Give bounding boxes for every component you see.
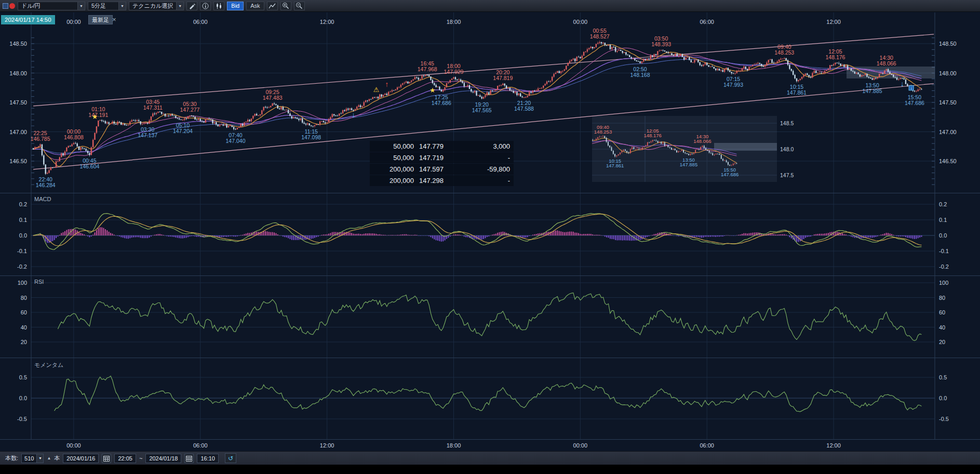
svg-text:60: 60 bbox=[21, 309, 27, 315]
svg-text:148.527: 148.527 bbox=[590, 33, 610, 40]
chevron-down-icon[interactable]: ▼ bbox=[176, 2, 183, 10]
svg-text:18:00: 18:00 bbox=[447, 442, 461, 449]
position-pnl: - bbox=[464, 175, 514, 186]
chevron-down-icon[interactable]: ▼ bbox=[77, 2, 85, 10]
svg-text:148.168: 148.168 bbox=[630, 72, 650, 78]
line-chart-button[interactable] bbox=[267, 2, 278, 10]
position-row[interactable]: 50,000 147.779 3,000 bbox=[370, 141, 514, 152]
svg-text:148.176: 148.176 bbox=[825, 54, 845, 60]
svg-text:06:00: 06:00 bbox=[700, 442, 714, 449]
pencil-icon bbox=[189, 3, 195, 9]
tab-latest-bar[interactable]: 最新足 bbox=[88, 15, 113, 24]
svg-text:148.066: 148.066 bbox=[877, 60, 896, 67]
svg-text:-0.5: -0.5 bbox=[17, 416, 27, 422]
chart-canvas[interactable]: 00:0000:0006:0006:0012:0012:0018:0018:00… bbox=[0, 0, 980, 451]
svg-text:147.204: 147.204 bbox=[173, 128, 193, 134]
currency-pair-select[interactable]: ドル/円 ▼ bbox=[18, 2, 85, 10]
svg-text:146.50: 146.50 bbox=[9, 158, 27, 164]
svg-text:0.5: 0.5 bbox=[939, 374, 947, 380]
position-qty: 200,000 bbox=[370, 175, 419, 186]
ask-toggle[interactable]: Ask bbox=[246, 2, 264, 10]
svg-text:12:00: 12:00 bbox=[320, 442, 334, 449]
svg-text:40: 40 bbox=[939, 324, 945, 331]
position-table: 50,000 147.779 3,000 50,000 147.719 - 20… bbox=[370, 141, 514, 187]
svg-text:20: 20 bbox=[21, 339, 27, 345]
reset-range-button[interactable]: ↺ bbox=[225, 453, 236, 463]
calendar-from-button[interactable] bbox=[102, 454, 111, 463]
draw-tool-button[interactable] bbox=[186, 2, 197, 10]
position-pnl: 3,000 bbox=[464, 141, 514, 152]
svg-text:12:00: 12:00 bbox=[320, 19, 334, 25]
position-pnl: -59,800 bbox=[464, 164, 514, 175]
svg-text:⚠: ⚠ bbox=[373, 86, 380, 94]
svg-text:0.2: 0.2 bbox=[939, 201, 947, 207]
position-qty: 50,000 bbox=[370, 152, 419, 163]
svg-text:60: 60 bbox=[939, 309, 945, 315]
bar-count-select[interactable]: 510 ▼ bbox=[21, 454, 44, 463]
timeframe-select[interactable]: 5分足 ▼ bbox=[88, 2, 126, 10]
position-row[interactable]: 200,000 147.298 - bbox=[370, 175, 514, 186]
undo-icon: ↺ bbox=[228, 455, 233, 462]
bar-count-up-button[interactable]: ▲ bbox=[47, 456, 51, 460]
time-to-input[interactable]: 16:10 bbox=[197, 454, 219, 463]
svg-text:148.00: 148.00 bbox=[939, 70, 957, 76]
zoom-in-icon bbox=[282, 2, 289, 9]
svg-text:148.253: 148.253 bbox=[774, 49, 794, 56]
svg-text:147.277: 147.277 bbox=[180, 107, 199, 113]
macd-panel-label: MACD bbox=[34, 196, 51, 202]
svg-text:20: 20 bbox=[939, 339, 945, 345]
chevron-down-icon[interactable]: ▼ bbox=[118, 2, 126, 10]
svg-text:40: 40 bbox=[21, 324, 27, 331]
svg-text:146.808: 146.808 bbox=[64, 134, 84, 140]
svg-text:-0.2: -0.2 bbox=[939, 264, 949, 270]
svg-text:148.0: 148.0 bbox=[780, 146, 794, 152]
svg-text:100: 100 bbox=[939, 280, 948, 286]
bar-count-label: 本数: bbox=[5, 454, 18, 462]
svg-text:★: ★ bbox=[429, 86, 436, 94]
svg-text:147.565: 147.565 bbox=[472, 107, 492, 113]
svg-text:148.253: 148.253 bbox=[594, 129, 612, 135]
app-logo-icon bbox=[3, 3, 15, 9]
close-icon[interactable]: × bbox=[112, 15, 116, 24]
svg-text:0.1: 0.1 bbox=[19, 217, 27, 223]
svg-text:147.686: 147.686 bbox=[432, 100, 451, 106]
svg-text:18:00: 18:00 bbox=[447, 19, 461, 25]
svg-text:147.040: 147.040 bbox=[226, 138, 246, 144]
bar-unit-label: 本 bbox=[54, 454, 60, 462]
svg-text:↑: ↑ bbox=[385, 80, 388, 88]
date-to-input[interactable]: 2024/01/18 bbox=[145, 454, 181, 463]
zoom-in-button[interactable] bbox=[280, 2, 291, 10]
svg-text:0.0: 0.0 bbox=[939, 395, 947, 401]
top-toolbar: ドル/円 ▼ 5分足 ▼ テクニカル選択 ▼ Bid Ask bbox=[0, 0, 980, 12]
zoom-out-button[interactable] bbox=[294, 2, 305, 10]
selected-candle-datetime-chip[interactable]: 2024/01/17 14:50 bbox=[1, 15, 55, 24]
technical-select[interactable]: テクニカル選択 ▼ bbox=[129, 2, 184, 10]
momentum-panel-label: モメンタム bbox=[34, 361, 63, 369]
svg-text:148.00: 148.00 bbox=[9, 70, 27, 76]
svg-text:146.284: 146.284 bbox=[36, 182, 56, 188]
svg-text:147.50: 147.50 bbox=[939, 99, 957, 106]
svg-text:148.50: 148.50 bbox=[9, 41, 27, 47]
svg-text:12:00: 12:00 bbox=[826, 19, 841, 25]
svg-text:★: ★ bbox=[92, 113, 98, 121]
calendar-to-button[interactable] bbox=[184, 454, 194, 463]
position-row[interactable]: 50,000 147.719 - bbox=[370, 152, 514, 163]
svg-text:147.885: 147.885 bbox=[680, 162, 697, 167]
date-from-input[interactable]: 2024/01/16 bbox=[63, 454, 99, 463]
time-from-input[interactable]: 22:05 bbox=[114, 454, 136, 463]
chart-type-button[interactable] bbox=[213, 2, 224, 10]
info-button[interactable] bbox=[200, 2, 211, 10]
bar-count-value: 510 bbox=[22, 454, 36, 463]
svg-text:148.066: 148.066 bbox=[693, 138, 711, 144]
svg-text:147.993: 147.993 bbox=[723, 82, 743, 88]
svg-text:↓: ↓ bbox=[901, 80, 904, 88]
chevron-down-icon[interactable]: ▼ bbox=[36, 454, 43, 463]
price-chart-svg[interactable]: 00:0000:0006:0006:0012:0012:0018:0018:00… bbox=[0, 0, 980, 451]
position-row[interactable]: 200,000 147.597 -59,800 bbox=[370, 164, 514, 175]
svg-text:147.483: 147.483 bbox=[263, 95, 283, 101]
bid-toggle[interactable]: Bid bbox=[227, 2, 244, 10]
svg-text:0.0: 0.0 bbox=[19, 232, 27, 239]
currency-pair-label: ドル/円 bbox=[18, 2, 77, 10]
rsi-panel-label: RSI bbox=[34, 279, 44, 285]
taskbar-strip bbox=[0, 465, 980, 474]
